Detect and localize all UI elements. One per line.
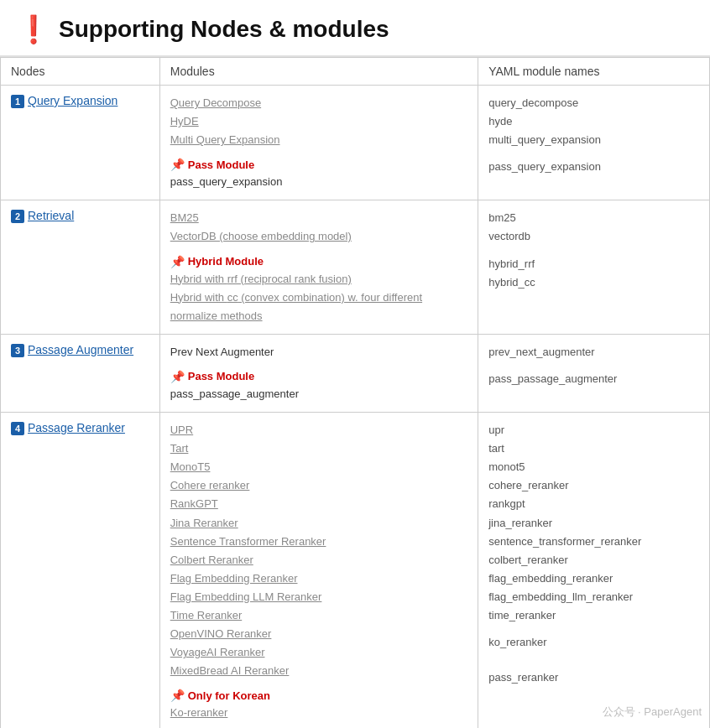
yaml-item: time_reranker [488,606,699,625]
hybrid-label: Hybrid Module [188,255,264,268]
yaml-item: rankgpt [488,495,699,513]
module-item[interactable]: VoyageAI Reranker [170,643,467,662]
module-cell: Query DecomposeHyDEMulti Query Expansion… [159,86,478,200]
node-link[interactable]: Passage Augmenter [28,343,133,356]
yaml-item: hybrid_rrf [488,255,699,273]
pin-icon: 📌 [170,255,185,268]
module-item[interactable]: VectorDB (choose embedding model) [170,227,467,246]
module-item[interactable]: Hybrid with rrf (reciprocal rank fusion) [170,270,467,289]
node-link[interactable]: Retrieval [28,209,74,222]
hybrid-module-header: 📌 Hybrid Module [170,255,467,268]
exclamation-icon: ❗ [17,13,50,45]
yaml-cell: query_decompose hyde multi_query_expansi… [478,86,710,200]
pass-module-label: Pass Module [188,370,254,382]
yaml-item: jina_reranker [488,514,699,533]
node-link[interactable]: Passage Reranker [28,421,125,434]
main-table: Nodes Modules YAML module names 1Query E… [0,57,710,728]
yaml-item: ko_reranker [488,633,699,652]
module-item[interactable]: Multi Query Expansion [170,131,467,149]
yaml-item: tart [488,439,699,458]
module-cell: UPRTartMonoT5Cohere rerankerRankGPTJina … [159,413,478,728]
pin-icon: 📌 [170,370,185,383]
yaml-cell: upr tart monot5 cohere_reranker rankgpt … [478,413,710,728]
yaml-item: bm25 [488,209,699,227]
module-item[interactable]: OpenVINO Reranker [170,625,467,643]
col-yaml: YAML module names [478,58,710,86]
node-number: 1 [11,95,24,108]
col-modules: Modules [159,58,478,86]
col-nodes: Nodes [1,58,160,86]
yaml-item: monot5 [488,458,699,476]
yaml-item: sentence_transformer_reranker [488,533,699,551]
table-row: 4Passage RerankerUPRTartMonoT5Cohere rer… [1,413,710,728]
yaml-item: vectordb [488,227,699,246]
module-plain: Prev Next Augmenter [170,343,467,361]
module-item[interactable]: Jina Reranker [170,514,467,533]
page-header: ❗ Supporting Nodes & modules [0,0,710,57]
watermark: 公众号 · PaperAgent [603,705,702,720]
yaml-item: prev_next_augmenter [488,343,699,361]
yaml-item: pass_reranker [488,668,699,687]
yaml-item: flag_embedding_llm_reranker [488,588,699,606]
korean-label: Only for Korean [188,689,270,702]
module-item[interactable]: RankGPT [170,495,467,513]
module-item[interactable]: Flag Embedding Reranker [170,569,467,588]
page-title: Supporting Nodes & modules [59,16,389,43]
yaml-item: colbert_reranker [488,551,699,569]
module-cell: BM25VectorDB (choose embedding model) 📌 … [159,200,478,334]
module-item[interactable]: Sentence Transformer Reranker [170,533,467,551]
module-item[interactable]: HyDE [170,112,467,131]
module-item[interactable]: Tart [170,439,467,458]
yaml-item: multi_query_expansion [488,131,699,149]
pass-module-header: 📌 Pass Module [170,158,467,171]
table-row: 3Passage AugmenterPrev Next Augmenter 📌 … [1,334,710,412]
module-item[interactable]: Colbert Reranker [170,551,467,569]
module-plain: pass_passage_augmenter [170,385,467,403]
pin-icon: 📌 [170,158,185,171]
module-item[interactable]: MonoT5 [170,458,467,476]
table-row: 1Query ExpansionQuery DecomposeHyDEMulti… [1,86,710,200]
node-cell: 3Passage Augmenter [1,334,160,412]
module-item[interactable]: UPR [170,421,467,439]
module-plain: pass_query_expansion [170,173,467,191]
yaml-item: hybrid_cc [488,273,699,292]
node-link[interactable]: Query Expansion [28,94,117,107]
module-item[interactable]: Time Reranker [170,606,467,625]
node-cell: 1Query Expansion [1,86,160,200]
pin-icon: 📌 [170,689,185,702]
node-cell: 4Passage Reranker [1,413,160,728]
yaml-cell: bm25 vectordb hybrid_rrf hybrid_cc [478,200,710,334]
pass-module-header: 📌 Pass Module [170,370,467,383]
table-row: 2RetrievalBM25VectorDB (choose embedding… [1,200,710,334]
yaml-item: pass_passage_augmenter [488,370,699,388]
module-item[interactable]: Ko-reranker [170,704,467,722]
module-cell: Prev Next Augmenter 📌 Pass Module pass_p… [159,334,478,412]
yaml-item: flag_embedding_reranker [488,569,699,588]
yaml-item: cohere_reranker [488,476,699,495]
yaml-item: pass_query_expansion [488,158,699,176]
yaml-item: upr [488,421,699,439]
pass-module-label: Pass Module [188,159,254,171]
node-number: 4 [11,422,24,435]
node-number: 2 [11,210,24,223]
module-item[interactable]: MixedBread AI Reranker [170,662,467,680]
node-number: 3 [11,344,24,357]
module-item[interactable]: Hybrid with cc (convex combination) w. f… [170,289,467,325]
module-item[interactable]: Flag Embedding LLM Reranker [170,588,467,606]
korean-header: 📌 Only for Korean [170,689,467,702]
yaml-item: query_decompose [488,94,699,112]
module-item[interactable]: Cohere reranker [170,476,467,495]
yaml-item: hyde [488,112,699,131]
module-item[interactable]: BM25 [170,209,467,227]
node-cell: 2Retrieval [1,200,160,334]
yaml-cell: prev_next_augmenter pass_passage_augment… [478,334,710,412]
module-item[interactable]: Query Decompose [170,94,467,112]
